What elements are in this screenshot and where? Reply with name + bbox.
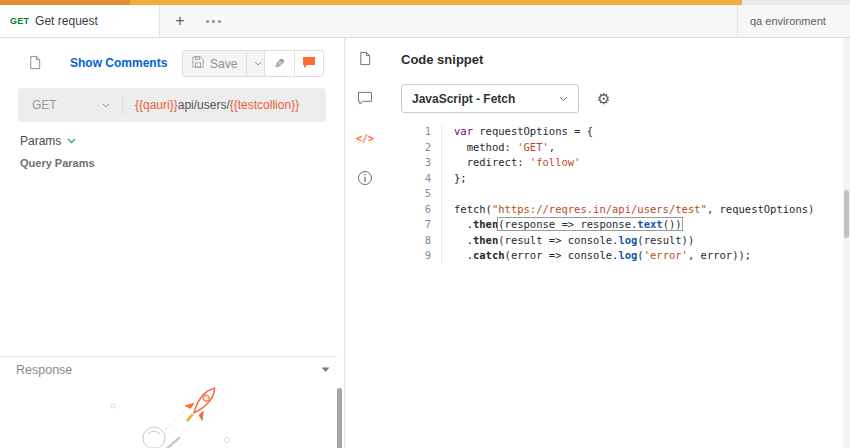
comment-button[interactable] xyxy=(294,50,324,77)
response-label: Response xyxy=(16,363,72,377)
tab-bar: GET Get request + qa environment xyxy=(0,5,850,38)
chevron-down-icon xyxy=(67,138,76,144)
info-icon[interactable] xyxy=(354,168,376,188)
chevron-down-icon xyxy=(559,96,568,102)
params-label: Params xyxy=(20,134,61,148)
gear-icon[interactable]: ⚙ xyxy=(597,91,610,106)
code-block: 1var requestOptions = {2 method: 'GET',3… xyxy=(385,124,840,264)
url-input[interactable]: {{qauri}}api/users/{{testcollion}} xyxy=(123,88,326,122)
edit-button[interactable]: ✎ xyxy=(264,50,294,77)
comment-bubble-icon xyxy=(302,55,316,73)
app-window: GET Get request + qa environment Show Co… xyxy=(0,0,850,448)
code-line: 7 .then(response => response.text()) xyxy=(385,217,840,233)
edit-button-group: ✎ xyxy=(264,50,324,77)
code-icon[interactable]: </> xyxy=(354,128,376,148)
document-icon xyxy=(28,55,42,74)
collapse-caret-icon[interactable] xyxy=(321,367,330,373)
window-scrollbar[interactable] xyxy=(843,38,850,448)
code-line: 4}; xyxy=(385,171,840,187)
language-select[interactable]: JavaScript - Fetch xyxy=(401,84,579,113)
environment-name: qa environment xyxy=(750,15,826,27)
save-button[interactable]: Save xyxy=(182,50,270,77)
main-area: Show Comments Save ✎ xyxy=(0,38,850,448)
code-line: 8 .then(result => console.log(result)) xyxy=(385,233,840,249)
query-params-heading: Query Params xyxy=(20,157,95,169)
save-button-label: Save xyxy=(210,57,237,71)
comment-icon[interactable] xyxy=(354,88,376,108)
code-line: 2 method: 'GET', xyxy=(385,140,840,156)
response-section-header[interactable]: Response xyxy=(16,363,330,377)
url-text: {{qauri}}api/users/{{testcollion}} xyxy=(135,98,299,112)
environment-selector[interactable]: qa environment xyxy=(737,5,850,37)
tab-method-label: GET xyxy=(10,16,29,26)
code-line: 3 redirect: 'follow' xyxy=(385,155,840,171)
pencil-icon: ✎ xyxy=(274,56,285,71)
divider xyxy=(0,356,337,357)
method-select[interactable]: GET xyxy=(18,88,122,122)
floppy-icon xyxy=(192,56,204,71)
scrollbar-thumb[interactable] xyxy=(844,190,849,238)
code-snippet-title: Code snippet xyxy=(401,52,483,67)
code-line: 6fetch("https://reqres.in/api/users/test… xyxy=(385,202,840,218)
empty-response-illustration xyxy=(75,378,265,448)
new-tab-button[interactable]: + xyxy=(166,5,194,37)
context-icon-strip: </> xyxy=(345,38,385,448)
file-icon[interactable] xyxy=(354,48,376,68)
chevron-down-icon xyxy=(102,103,110,108)
request-tab[interactable]: GET Get request xyxy=(0,5,160,37)
code-line: 5 xyxy=(385,186,840,202)
left-panel-scrollbar[interactable] xyxy=(337,388,342,448)
method-label: GET xyxy=(32,98,57,112)
more-tabs-icon[interactable] xyxy=(198,5,229,37)
language-row: JavaScript - Fetch ⚙ xyxy=(401,84,610,113)
code-snippet-panel: Code snippet JavaScript - Fetch ⚙ 1var r… xyxy=(385,38,850,448)
request-panel: Show Comments Save ✎ xyxy=(0,38,345,448)
code-line: 9 .catch(error => console.log('error', e… xyxy=(385,248,840,264)
url-builder: GET {{qauri}}api/users/{{testcollion}} xyxy=(18,88,326,122)
language-selected-label: JavaScript - Fetch xyxy=(412,92,559,106)
code-line: 1var requestOptions = { xyxy=(385,124,840,140)
params-toggle[interactable]: Params xyxy=(20,134,76,148)
show-comments-link[interactable]: Show Comments xyxy=(70,56,167,70)
tab-title: Get request xyxy=(35,14,98,28)
